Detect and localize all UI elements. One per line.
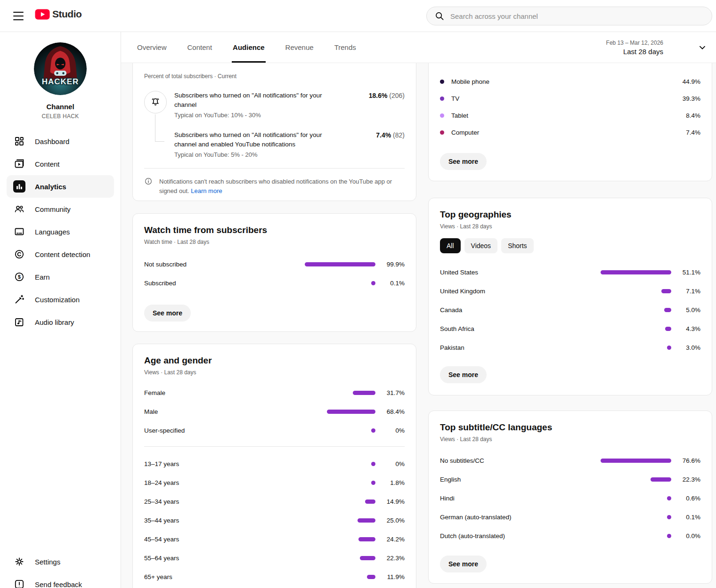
legend-dot [440,130,444,135]
date-range-picker[interactable]: Feb 13 – Mar 12, 2026 Last 28 days [606,32,716,63]
sidebar-item-label: Content [35,160,60,168]
sidebar-item-label: Community [35,205,71,213]
sidebar-item-label: Settings [35,558,60,566]
filter-chip-videos[interactable]: Videos [464,238,498,253]
age-rows: 13–17 years 0% 18–24 years 1.8% 25–34 ye… [144,454,405,586]
filter-chip-shorts[interactable]: Shorts [501,238,533,253]
sidebar-item-label: Analytics [35,183,66,191]
gender-rows: Female 31.7% Male 68.4% User-specified 0… [144,383,405,440]
row-value: 44.9% [667,78,700,85]
tab-content[interactable]: Content [187,32,213,63]
sidebar-item-settings[interactable]: Settings [7,550,114,573]
sidebar-item-send-feedback[interactable]: Send feedback [7,573,114,588]
row-label: No subtitles/CC [440,457,591,464]
device-rows: Mobile phone 44.9% TV 39.3% Tablet 8.4% … [440,73,700,141]
notification-typical: Typical on YouTube: 10% - 30% [174,111,349,120]
channel-handle: CELEB HACK [0,113,121,120]
row-value: 0% [375,460,405,467]
sidebar-item-label: Customization [35,296,80,304]
row-value: 11.9% [375,573,405,580]
filter-chip-all[interactable]: All [440,238,461,253]
see-more-button[interactable]: See more [440,366,487,383]
row-label: User-specified [144,427,295,434]
bar-track [295,575,375,579]
learn-more-link[interactable]: Learn more [191,187,222,194]
row-bar [667,515,671,519]
bar-track [295,518,375,523]
see-more-button[interactable]: See more [144,305,191,322]
row-label: Not subscribed [144,261,295,268]
row-value: 0.1% [671,514,700,521]
sidebar-item-earn[interactable]: $ Earn [7,266,114,288]
see-more-button[interactable]: See more [440,556,487,572]
row-bar [358,518,375,523]
row-value: 31.7% [375,389,405,396]
card-title: Top subtitle/CC languages [440,422,700,433]
channel-name: Channel [0,103,121,111]
channel-avatar[interactable]: HACKER [34,42,87,95]
bell-icon [144,91,167,113]
sidebar-item-customization[interactable]: Customization [7,288,114,311]
stat-row: German (auto-translated) 0.1% [440,507,700,526]
stat-row: 65+ years 11.9% [144,567,405,586]
notification-text: Subscribers who turned on "All notificat… [174,130,349,149]
sidebar-item-analytics[interactable]: Analytics [7,175,114,198]
card-title: Age and gender [144,355,405,366]
card-title: Top geographies [440,209,700,220]
svg-text:$: $ [18,274,21,280]
row-bar [667,496,671,500]
row-bar [367,575,375,579]
geography-rows: United States 51.1% United Kingdom 7.1% … [440,263,700,357]
stat-row: Canada 5.0% [440,300,700,319]
sidebar-item-languages[interactable]: Languages [7,220,114,243]
tab-audience[interactable]: Audience [232,32,266,63]
stat-row: 18–24 years 1.8% [144,473,405,492]
notification-value: 18.6% (206) [349,91,405,100]
sidebar-item-content[interactable]: Content [7,153,114,175]
row-value: 22.3% [671,476,700,483]
subtitle-languages-card: Top subtitle/CC languages Views · Last 2… [428,411,712,584]
tab-overview[interactable]: Overview [136,32,168,63]
sidebar-item-dashboard[interactable]: Dashboard [7,130,114,153]
row-bar [371,462,375,466]
see-more-button[interactable]: See more [440,153,487,170]
youtube-studio-logo[interactable]: Studio [35,8,81,20]
search-input[interactable] [450,12,704,20]
legend-dot [440,97,444,101]
row-value: 0% [375,427,405,434]
languages-icon [13,226,25,238]
tab-revenue[interactable]: Revenue [285,32,315,63]
divider [144,446,405,447]
bar-track [591,515,671,519]
row-value: 0.0% [671,532,700,540]
device-row: Computer 7.4% [440,124,700,141]
bar-track [591,534,671,538]
tab-trends[interactable]: Trends [334,32,357,63]
row-label: Computer [451,129,667,136]
row-value: 4.3% [671,325,700,332]
sidebar-item-content-detection[interactable]: Content detection [7,243,114,266]
stat-row: 25–34 years 14.9% [144,492,405,511]
row-bar [371,281,375,285]
notification-text: Subscribers who turned on "All notificat… [174,91,349,110]
customization-icon [13,293,25,306]
row-bar [358,537,375,541]
search-bar[interactable] [426,7,712,25]
notification-stat-row: Subscribers who turned on "All notificat… [144,91,405,120]
device-row: Mobile phone 44.9% [440,73,700,90]
value-percent: 7.4% [376,131,391,139]
card-subtitle: Views · Last 28 days [440,436,700,443]
stat-row: 55–64 years 22.3% [144,548,405,567]
main-area: Overview Content Audience Revenue Trends… [121,32,716,588]
row-value: 39.3% [667,95,700,102]
sidebar-item-audio-library[interactable]: Audio library [7,311,114,333]
notification-value: 7.4% (82) [349,130,405,140]
bar-track [591,496,671,500]
row-value: 7.1% [671,288,700,295]
hamburger-menu-icon[interactable] [12,10,24,22]
sidebar-item-community[interactable]: Community [7,198,114,220]
footnote: Notifications can't reach subscribers wh… [144,177,405,196]
bar-track [295,262,375,266]
row-bar [661,289,671,293]
row-value: 99.9% [375,261,405,268]
